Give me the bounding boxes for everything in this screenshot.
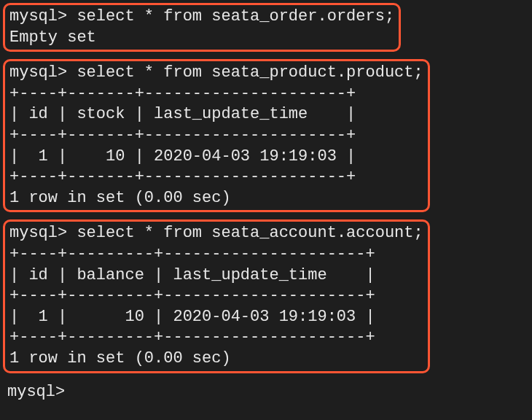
mysql-prompt: mysql> <box>9 7 67 26</box>
query-line-account: mysql> select * from seata_account.accou… <box>9 223 423 244</box>
table-border-bot-product: +----+-------+---------------------+ <box>9 167 423 188</box>
table-border-mid-account: +----+---------+---------------------+ <box>9 286 423 307</box>
result-orders: Empty set <box>9 28 394 49</box>
result-footer-product: 1 row in set (0.00 sec) <box>9 188 423 209</box>
table-header-product: | id | stock | last_update_time | <box>9 104 423 125</box>
mysql-prompt-cursor[interactable]: mysql> <box>3 381 529 405</box>
result-footer-account: 1 row in set (0.00 sec) <box>9 349 423 370</box>
sql-query-account: select * from seata_account.account; <box>67 224 423 242</box>
sql-query-product: select * from seata_product.product; <box>67 63 423 82</box>
query-block-orders: mysql> select * from seata_order.orders;… <box>3 3 401 52</box>
mysql-prompt: mysql> <box>9 224 67 242</box>
query-line-product: mysql> select * from seata_product.produ… <box>9 63 423 84</box>
table-border-mid-product: +----+-------+---------------------+ <box>9 125 423 147</box>
query-block-product: mysql> select * from seata_product.produ… <box>3 59 430 212</box>
table-row-account: | 1 | 10 | 2020-04-03 19:19:03 | <box>9 307 423 328</box>
table-border-bot-account: +----+---------+---------------------+ <box>9 327 423 349</box>
table-header-account: | id | balance | last_update_time | <box>9 265 423 287</box>
query-block-account: mysql> select * from seata_account.accou… <box>3 219 430 373</box>
table-border-top-product: +----+-------+---------------------+ <box>9 84 423 105</box>
sql-query-orders: select * from seata_order.orders; <box>67 7 394 26</box>
mysql-prompt: mysql> <box>9 63 67 82</box>
table-border-top-account: +----+---------+---------------------+ <box>9 244 423 265</box>
query-line-orders: mysql> select * from seata_order.orders; <box>9 7 394 28</box>
table-row-product: | 1 | 10 | 2020-04-03 19:19:03 | <box>9 147 423 168</box>
